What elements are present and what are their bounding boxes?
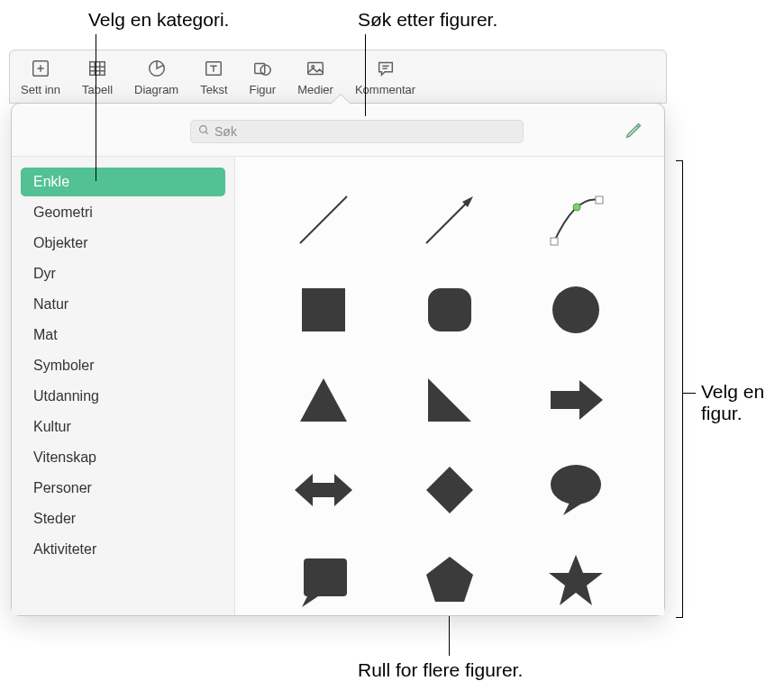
sidebar-item-personer[interactable]: Personer: [21, 474, 225, 503]
svg-rect-12: [255, 64, 265, 74]
svg-rect-14: [308, 63, 324, 75]
shapes-grid[interactable]: [235, 157, 664, 615]
sidebar-item-vitenskap[interactable]: Vitenskap: [21, 443, 225, 472]
svg-marker-38: [549, 555, 603, 605]
svg-line-20: [637, 125, 639, 127]
shape-arrow-right[interactable]: [513, 355, 639, 445]
shape-callout-square[interactable]: [260, 535, 387, 615]
sidebar-item-mat[interactable]: Mat: [21, 321, 225, 350]
svg-point-13: [261, 65, 271, 75]
toolbar-label: Tekst: [200, 83, 227, 96]
shape-arrow-bidirectional[interactable]: [260, 445, 387, 535]
shape-arrow-line[interactable]: [387, 175, 513, 265]
sidebar-item-enkle[interactable]: Enkle: [21, 168, 225, 196]
shape-rounded-square[interactable]: [387, 265, 513, 355]
callout-search: Søk etter figurer.: [358, 9, 497, 31]
search-field-wrap[interactable]: [190, 120, 524, 143]
toolbar-text[interactable]: Tekst: [189, 57, 238, 96]
shapes-popover: EnkleGeometriObjekterDyrNaturMatSymboler…: [11, 103, 665, 616]
sidebar-item-natur[interactable]: Natur: [21, 290, 225, 319]
svg-point-29: [552, 286, 599, 333]
callout-line: [96, 34, 96, 181]
svg-point-18: [200, 126, 207, 133]
callout-scroll: Rull for flere figurer.: [358, 659, 523, 681]
svg-marker-37: [426, 557, 473, 602]
svg-rect-3: [90, 62, 105, 76]
toolbar-media[interactable]: Medier: [287, 57, 344, 96]
bracket: [676, 160, 683, 618]
shape-triangle[interactable]: [260, 355, 387, 445]
svg-marker-34: [426, 467, 473, 513]
text-icon: [204, 57, 223, 80]
sidebar-item-utdanning[interactable]: Utdanning: [21, 382, 225, 411]
sidebar-item-steder[interactable]: Steder: [21, 504, 225, 533]
callout-line: [365, 34, 366, 116]
svg-rect-27: [302, 288, 345, 331]
media-icon: [305, 57, 325, 80]
sidebar-item-geometri[interactable]: Geometri: [21, 198, 225, 227]
toolbar-label: Tabell: [82, 83, 113, 96]
callout-line: [683, 393, 696, 394]
svg-line-22: [426, 200, 469, 243]
popover-header: [12, 104, 664, 156]
svg-rect-28: [428, 288, 471, 331]
shape-pentagon[interactable]: [387, 535, 513, 615]
svg-marker-32: [551, 380, 603, 420]
search-input[interactable]: [214, 124, 515, 139]
callout-category: Velg en kategori.: [88, 9, 229, 31]
svg-marker-31: [428, 378, 471, 422]
shape-diamond[interactable]: [387, 445, 513, 535]
shape-curve-editable[interactable]: [513, 175, 639, 265]
table-icon: [87, 57, 107, 80]
category-sidebar: EnkleGeometriObjekterDyrNaturMatSymboler…: [12, 157, 235, 615]
chart-icon: [147, 57, 167, 80]
callout-select-shape: Velg en figur.: [701, 381, 782, 424]
sidebar-item-aktiviteter[interactable]: Aktiviteter: [21, 535, 225, 564]
draw-pen-button[interactable]: [621, 116, 648, 147]
toolbar-label: Figur: [250, 83, 277, 96]
svg-point-35: [551, 465, 601, 504]
toolbar-label: Kommentar: [355, 83, 415, 96]
svg-line-21: [300, 196, 347, 243]
toolbar-shape[interactable]: Figur: [239, 57, 287, 96]
shape-line[interactable]: [260, 175, 387, 265]
sidebar-item-dyr[interactable]: Dyr: [21, 259, 225, 288]
popover-body: EnkleGeometriObjekterDyrNaturMatSymboler…: [12, 156, 664, 615]
shape-star[interactable]: [513, 535, 639, 615]
shape-square[interactable]: [260, 265, 387, 355]
sidebar-item-objekter[interactable]: Objekter: [21, 229, 225, 258]
svg-marker-30: [300, 378, 347, 422]
sidebar-item-symboler[interactable]: Symboler: [21, 351, 225, 380]
toolbar-table[interactable]: Tabell: [71, 57, 123, 96]
svg-point-26: [573, 204, 580, 211]
svg-rect-24: [551, 238, 558, 245]
comment-icon: [376, 57, 396, 80]
toolbar-insert[interactable]: Sett inn: [10, 57, 71, 96]
toolbar-chart[interactable]: Diagram: [123, 57, 189, 96]
shape-right-triangle[interactable]: [387, 355, 513, 445]
svg-rect-25: [596, 196, 603, 204]
shape-circle[interactable]: [513, 265, 639, 355]
shape-icon: [252, 57, 272, 80]
svg-line-19: [205, 132, 208, 134]
search-icon: [198, 123, 210, 140]
insert-icon: [31, 57, 50, 80]
toolbar-label: Diagram: [134, 83, 178, 96]
svg-marker-36: [563, 501, 583, 515]
toolbar-label: Sett inn: [21, 83, 60, 96]
callout-line: [449, 616, 450, 656]
svg-marker-33: [295, 474, 352, 506]
sidebar-item-kultur[interactable]: Kultur: [21, 413, 225, 441]
toolbar-label: Medier: [297, 83, 333, 96]
shape-speech-bubble[interactable]: [513, 445, 639, 535]
toolbar-comment[interactable]: Kommentar: [344, 57, 426, 96]
